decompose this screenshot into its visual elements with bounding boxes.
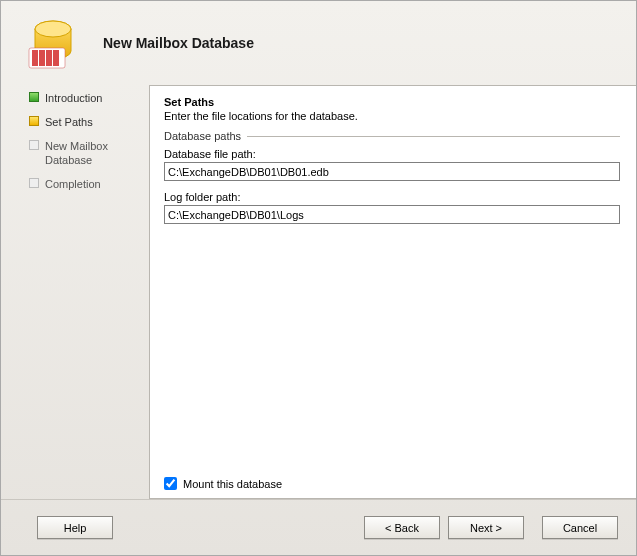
svg-rect-4: [39, 50, 45, 66]
log-folder-input[interactable]: [164, 205, 620, 224]
step-status-icon: [29, 116, 39, 126]
database-icon: [27, 18, 85, 78]
log-folder-label: Log folder path:: [164, 191, 620, 203]
step-introduction: Introduction: [29, 91, 141, 105]
wizard-sidebar: Introduction Set Paths New Mailbox Datab…: [1, 85, 149, 499]
svg-rect-3: [32, 50, 38, 66]
wizard-footer: Help < Back Next > Cancel: [1, 499, 636, 555]
step-set-paths: Set Paths: [29, 115, 141, 129]
database-file-input[interactable]: [164, 162, 620, 181]
panel-heading: Set Paths: [164, 96, 620, 108]
step-label: Completion: [45, 177, 101, 191]
step-label: Introduction: [45, 91, 102, 105]
step-label: New Mailbox Database: [45, 139, 141, 167]
step-status-icon: [29, 92, 39, 102]
panel-description: Enter the file locations for the databas…: [164, 110, 620, 122]
svg-point-1: [35, 21, 71, 37]
wizard-header: New Mailbox Database: [1, 1, 636, 85]
step-completion: Completion: [29, 177, 141, 191]
step-status-icon: [29, 178, 39, 188]
group-label-text: Database paths: [164, 130, 241, 142]
step-label: Set Paths: [45, 115, 93, 129]
step-status-icon: [29, 140, 39, 150]
next-button[interactable]: Next >: [448, 516, 524, 539]
back-button[interactable]: < Back: [364, 516, 440, 539]
wizard-window: New Mailbox Database Introduction Set Pa…: [0, 0, 637, 556]
cancel-button[interactable]: Cancel: [542, 516, 618, 539]
step-new-mailbox-database: New Mailbox Database: [29, 139, 141, 167]
wizard-body: Introduction Set Paths New Mailbox Datab…: [1, 85, 636, 499]
svg-rect-5: [46, 50, 52, 66]
svg-rect-6: [53, 50, 59, 66]
group-divider: [247, 136, 620, 137]
wizard-title: New Mailbox Database: [103, 35, 254, 51]
database-file-label: Database file path:: [164, 148, 620, 160]
mount-database-label: Mount this database: [183, 478, 282, 490]
help-button[interactable]: Help: [37, 516, 113, 539]
wizard-main-panel: Set Paths Enter the file locations for t…: [149, 85, 636, 499]
mount-database-checkbox[interactable]: [164, 477, 177, 490]
mount-database-row: Mount this database: [164, 477, 282, 490]
group-database-paths: Database paths: [164, 130, 620, 142]
